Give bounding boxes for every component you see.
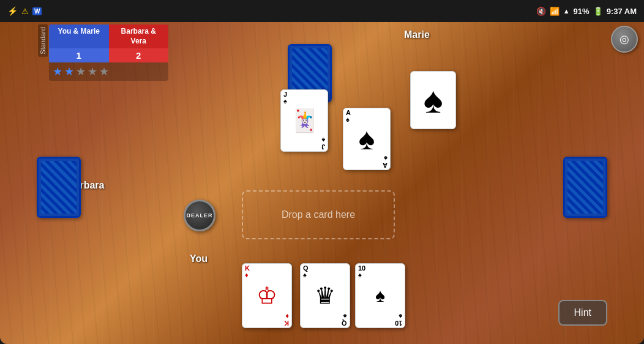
queen-figure: ♛ bbox=[315, 284, 335, 307]
team2-name: Barbara & Vera bbox=[109, 24, 169, 48]
game-area: Standard You & Marie Barbara & Vera 1 2 … bbox=[0, 22, 644, 344]
top-spade-card: ♠ bbox=[410, 71, 456, 129]
status-right: 🔇 📶 ▲ 91% 🔋 9:37 AM bbox=[536, 7, 637, 16]
queen-spades-card[interactable]: Q♠ ♛ Q♠ bbox=[300, 263, 350, 328]
alert-icon: ⚠ bbox=[21, 7, 29, 16]
left-deck-card bbox=[37, 157, 81, 218]
wifi-icon: 📶 bbox=[550, 7, 560, 16]
drop-zone-text: Drop a card here bbox=[282, 209, 355, 220]
stars-row: ★ ★ ★ ★ ★ bbox=[49, 62, 168, 81]
jack-figure: 🃏 bbox=[291, 110, 318, 132]
top-spade-symbol: ♠ bbox=[424, 82, 443, 119]
star-4: ★ bbox=[88, 65, 97, 78]
phone-frame: ⚡ ⚠ W 🔇 📶 ▲ 91% 🔋 9:37 AM Standard You &… bbox=[0, 0, 644, 344]
game-type-label: Standard bbox=[38, 24, 48, 57]
drop-zone[interactable]: Drop a card here bbox=[242, 190, 395, 239]
time: 9:37 AM bbox=[607, 7, 637, 16]
status-left: ⚡ ⚠ W bbox=[7, 6, 42, 16]
star-2: ★ bbox=[64, 65, 74, 78]
score-numbers: 1 2 bbox=[49, 48, 168, 62]
team2-score: 2 bbox=[109, 48, 169, 62]
word-icon: W bbox=[32, 7, 42, 15]
settings-icon: ◎ bbox=[620, 32, 629, 46]
mute-icon: 🔇 bbox=[536, 7, 546, 16]
ten-spades-card[interactable]: 10♠ ♠ 10♠ bbox=[355, 263, 405, 328]
dealer-token: DEALER bbox=[184, 200, 215, 231]
ace-spades-symbol: ♠ bbox=[359, 124, 375, 154]
king-figure: ♔ bbox=[256, 284, 277, 307]
settings-button[interactable]: ◎ bbox=[611, 26, 638, 53]
star-1: ★ bbox=[53, 65, 62, 78]
team1-name: You & Marie bbox=[49, 24, 109, 48]
usb-icon: ⚡ bbox=[7, 6, 18, 16]
score-teams: You & Marie Barbara & Vera bbox=[49, 24, 168, 48]
king-diamonds-card[interactable]: K♦ ♔ K♦ bbox=[242, 263, 292, 328]
right-deck-card bbox=[563, 157, 607, 218]
player-marie-label: Marie bbox=[404, 29, 430, 40]
signal-icon: ▲ bbox=[563, 7, 570, 15]
status-bar: ⚡ ⚠ W 🔇 📶 ▲ 91% 🔋 9:37 AM bbox=[0, 0, 644, 22]
ten-spades-symbol: ♠ bbox=[375, 286, 385, 305]
team1-score: 1 bbox=[49, 48, 109, 62]
battery-icon: 🔋 bbox=[593, 7, 603, 16]
star-5: ★ bbox=[99, 65, 109, 78]
star-3: ★ bbox=[76, 65, 86, 78]
player-you-label: You bbox=[190, 253, 208, 264]
jack-spades-card[interactable]: J♠ 🃏 J♠ bbox=[280, 89, 328, 152]
dealer-label: DEALER bbox=[186, 212, 212, 219]
ace-spades-card[interactable]: A♠ ♠ A♠ bbox=[343, 108, 391, 170]
battery-percent: 91% bbox=[574, 7, 590, 16]
hint-button[interactable]: Hint bbox=[558, 300, 607, 326]
score-panel: You & Marie Barbara & Vera 1 2 ★ ★ ★ ★ ★ bbox=[49, 24, 168, 81]
